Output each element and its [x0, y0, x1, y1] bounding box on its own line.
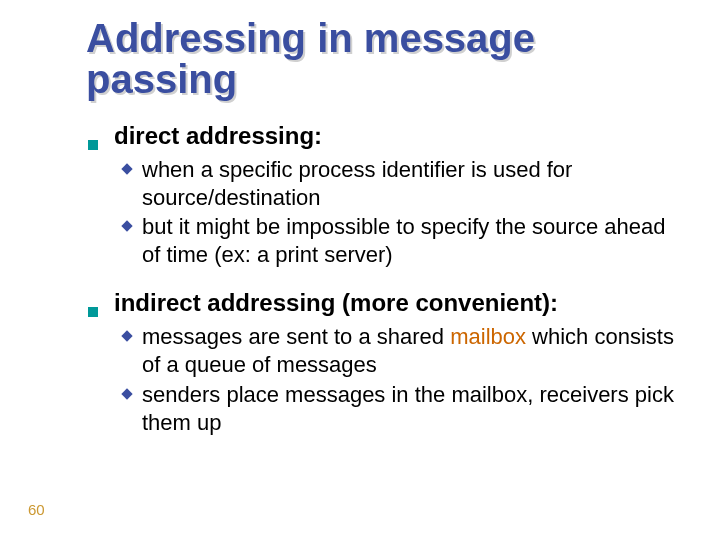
svg-rect-3: [121, 388, 132, 399]
section-heading-row: direct addressing:: [88, 122, 680, 150]
highlight-mailbox: mailbox: [450, 324, 526, 349]
svg-rect-0: [121, 163, 132, 174]
square-bullet-icon: [88, 307, 98, 317]
list-item: but it might be impossible to specify th…: [120, 213, 680, 269]
diamond-bullet-icon: [120, 329, 134, 343]
section-indirect: indirect addressing (more convenient): m…: [88, 289, 680, 437]
list-item-text: when a specific process identifier is us…: [142, 156, 680, 212]
page-number: 60: [28, 501, 45, 518]
section-direct-items: when a specific process identifier is us…: [120, 156, 680, 270]
list-item-text: but it might be impossible to specify th…: [142, 213, 680, 269]
svg-rect-1: [121, 220, 132, 231]
section-direct: direct addressing: when a specific proce…: [88, 122, 680, 270]
list-item: when a specific process identifier is us…: [120, 156, 680, 212]
slide: Addressing in message passing direct add…: [0, 0, 720, 540]
section-indirect-items: messages are sent to a shared mailbox wh…: [120, 323, 680, 437]
list-item: senders place messages in the mailbox, r…: [120, 381, 680, 437]
square-bullet-icon: [88, 140, 98, 150]
diamond-bullet-icon: [120, 387, 134, 401]
section-heading-row: indirect addressing (more convenient):: [88, 289, 680, 317]
list-item-text: senders place messages in the mailbox, r…: [142, 381, 680, 437]
slide-title: Addressing in message passing: [86, 18, 680, 100]
list-item-text: messages are sent to a shared mailbox wh…: [142, 323, 680, 379]
section-heading: indirect addressing (more convenient):: [114, 289, 558, 317]
section-heading: direct addressing:: [114, 122, 322, 150]
diamond-bullet-icon: [120, 162, 134, 176]
svg-rect-2: [121, 331, 132, 342]
list-item: messages are sent to a shared mailbox wh…: [120, 323, 680, 379]
diamond-bullet-icon: [120, 219, 134, 233]
